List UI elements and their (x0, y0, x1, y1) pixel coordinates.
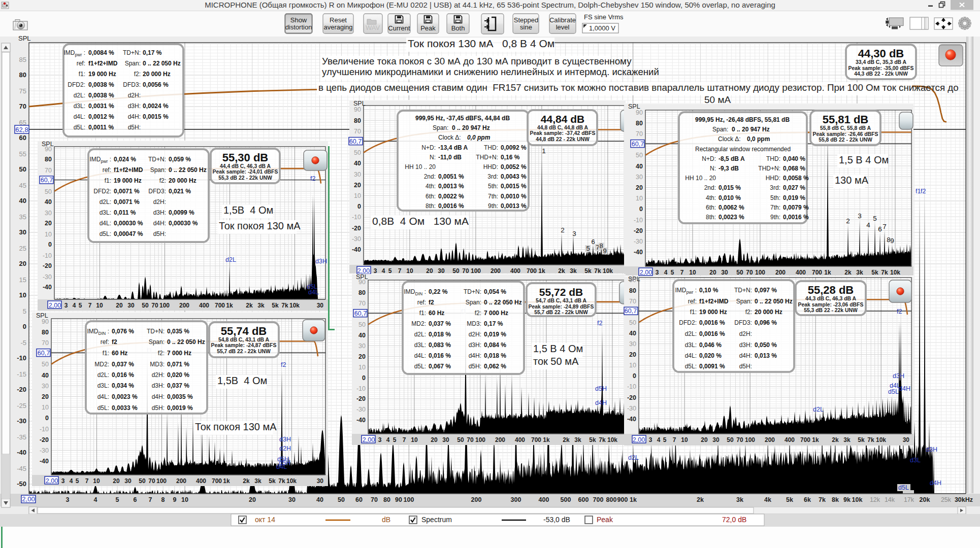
svg-text:Peak sample: -35,00 dBFS: Peak sample: -35,00 dBFS (848, 65, 914, 71)
svg-text:-8,5 dB A: -8,5 dB A (718, 155, 745, 162)
svg-text:Span:: Span: (150, 166, 166, 174)
svg-text:30: 30 (354, 171, 361, 178)
svg-text:20 000 Hz: 20 000 Hz (169, 177, 197, 184)
svg-text:FS sine Vrms: FS sine Vrms (584, 13, 624, 21)
svg-text:7k: 7k (281, 302, 288, 309)
svg-text:Peak: Peak (597, 516, 613, 524)
svg-text:-30: -30 (356, 406, 366, 413)
svg-text:HH 10 .. 20: HH 10 .. 20 (685, 175, 716, 182)
svg-text:0,0099 %: 0,0099 % (169, 209, 194, 216)
svg-text:DFD2:: DFD2: (68, 81, 85, 88)
svg-text:d2H:: d2H: (153, 198, 166, 206)
svg-text:-30: -30 (43, 273, 52, 281)
svg-text:0,037 %: 0,037 % (429, 320, 451, 327)
svg-text:70: 70 (354, 128, 361, 135)
svg-text:9k: 9k (843, 496, 851, 503)
svg-text:d5L:: d5L: (100, 230, 111, 237)
svg-text:1,0000 V: 1,0000 V (589, 24, 615, 32)
svg-text:0,0052 %: 0,0052 % (501, 163, 527, 170)
svg-text:8th:: 8th: (426, 202, 436, 210)
svg-text:5: 5 (873, 215, 877, 222)
svg-text:10: 10 (406, 267, 413, 275)
svg-text:60,7: 60,7 (632, 141, 644, 148)
svg-text:d4L:: d4L: (685, 352, 697, 359)
svg-text:30: 30 (317, 302, 324, 309)
svg-text:IMDDIN :: IMDDIN : (87, 328, 109, 336)
svg-text:700: 700 (212, 477, 222, 485)
svg-text:dB: dB (382, 516, 390, 524)
svg-text:400: 400 (796, 269, 806, 276)
svg-text:200: 200 (179, 302, 189, 309)
svg-text:40: 40 (636, 163, 643, 170)
svg-text:Stepped: Stepped (514, 16, 538, 24)
svg-text:0,059 %: 0,059 % (169, 156, 191, 163)
svg-text:30kHz: 30kHz (955, 496, 973, 503)
svg-text:30: 30 (629, 340, 636, 348)
svg-text:10: 10 (681, 436, 688, 443)
svg-text:0,034 %: 0,034 % (112, 382, 134, 389)
svg-text:20: 20 (636, 184, 643, 191)
svg-text:70: 70 (467, 436, 474, 443)
svg-text:d3H: d3H (926, 446, 937, 453)
svg-text:d4L:: d4L: (97, 393, 109, 400)
svg-text:55,8 dB 22 - 22k UNW: 55,8 dB 22 - 22k UNW (819, 137, 872, 143)
svg-text:10: 10 (181, 496, 188, 503)
svg-text:0,015 %: 0,015 % (718, 184, 741, 191)
svg-text:d4H: d4H (595, 399, 607, 406)
svg-text:Peak sample: -24,89 dBFS: Peak sample: -24,89 dBFS (529, 304, 594, 310)
svg-text:d5H:: d5H: (128, 124, 141, 131)
svg-text:d3H:: d3H: (469, 341, 481, 349)
svg-text:0,0033 %: 0,0033 % (112, 404, 138, 412)
svg-text:20: 20 (113, 477, 120, 485)
svg-text:50: 50 (42, 361, 49, 368)
svg-text:averaging: averaging (323, 23, 352, 31)
svg-text:-40: -40 (17, 449, 26, 456)
svg-text:44,8 dB C, 44,8 dB A: 44,8 dB C, 44,8 dB A (537, 125, 589, 130)
svg-text:0,0071 %: 0,0071 % (114, 198, 140, 206)
svg-text:TD+N:: TD+N: (734, 287, 752, 294)
svg-text:7th:: 7th: (488, 193, 498, 200)
svg-text:130 мА: 130 мА (835, 175, 869, 186)
svg-text:-10: -10 (356, 385, 366, 392)
svg-text:0,054 %: 0,054 % (484, 288, 506, 295)
svg-text:60,7: 60,7 (38, 350, 50, 357)
svg-text:f1:: f1: (105, 177, 111, 184)
svg-text:10k: 10k (876, 436, 886, 443)
svg-text:55,7 dB 22 - 22k UNW: 55,7 dB 22 - 22k UNW (534, 310, 588, 315)
svg-text:50: 50 (338, 496, 345, 503)
svg-text:60: 60 (19, 134, 26, 142)
svg-text:400: 400 (196, 477, 206, 485)
svg-text:70: 70 (19, 102, 26, 110)
svg-text:f2: f2 (310, 175, 315, 182)
svg-text:100: 100 (159, 302, 170, 309)
svg-text:40: 40 (45, 198, 52, 206)
svg-text:60,7: 60,7 (625, 307, 637, 315)
svg-text:5: 5 (586, 245, 590, 252)
svg-text:d3L: d3L (910, 457, 921, 464)
svg-text:7: 7 (680, 269, 684, 276)
svg-text:-30: -30 (40, 447, 49, 454)
svg-text:20: 20 (45, 220, 52, 227)
svg-text:Span:: Span: (433, 124, 448, 131)
svg-text:30: 30 (45, 210, 52, 217)
svg-text:3rd:: 3rd: (487, 173, 498, 180)
svg-text:60: 60 (355, 496, 363, 503)
svg-text:7: 7 (88, 302, 92, 309)
svg-text:d2L:: d2L: (97, 371, 109, 379)
svg-text:d4L:: d4L: (414, 352, 426, 359)
svg-text:-40: -40 (43, 284, 52, 291)
svg-text:ref:: ref: (101, 338, 109, 346)
svg-text:0,020 %: 0,020 % (167, 371, 189, 379)
svg-text:600: 600 (578, 496, 589, 503)
svg-text:0,0035 %: 0,0035 % (167, 393, 193, 400)
svg-text:5k: 5k (858, 436, 865, 443)
svg-text:-20: -20 (43, 262, 52, 269)
svg-text:17k: 17k (904, 496, 914, 503)
svg-text:50: 50 (736, 269, 743, 276)
svg-text:Span:: Span: (736, 298, 752, 305)
svg-text:60,7: 60,7 (354, 310, 367, 317)
svg-text:0,076 %: 0,076 % (112, 328, 134, 335)
svg-text:-30: -30 (17, 417, 26, 425)
svg-text:0,037 %: 0,037 % (112, 361, 134, 368)
svg-text:15: 15 (19, 276, 26, 284)
